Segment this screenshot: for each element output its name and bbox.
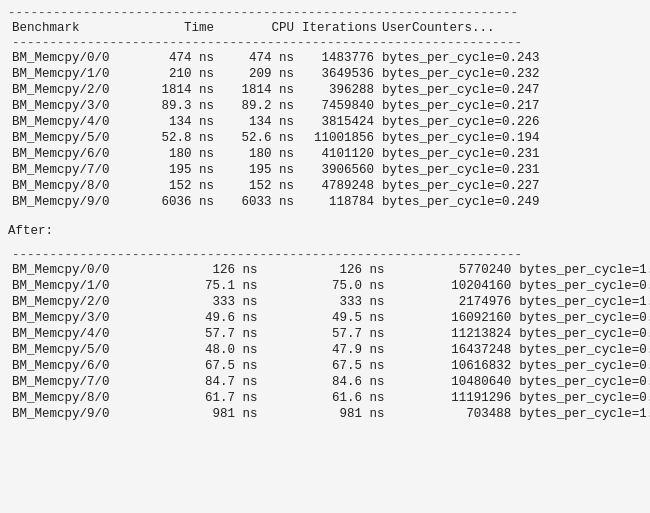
- sub-divider-line-after: ----------------------------------------…: [8, 248, 642, 262]
- cell-cpu: 67.5 ns: [262, 358, 389, 374]
- cell-user: bytes_per_cycle=1.047: [515, 262, 642, 278]
- cell-benchmark: BM_Memcpy/1/0: [8, 66, 138, 82]
- cell-user: bytes_per_cycle=0.563: [515, 326, 642, 342]
- cell-user: bytes_per_cycle=0.194: [378, 130, 642, 146]
- cell-iterations: 5770240: [388, 262, 515, 278]
- cell-cpu: 152 ns: [218, 178, 298, 194]
- cell-user: bytes_per_cycle=0.249: [378, 194, 642, 210]
- cell-time: 75.1 ns: [135, 278, 262, 294]
- cell-user: bytes_per_cycle=0.217: [378, 98, 642, 114]
- cell-cpu: 1814 ns: [218, 82, 298, 98]
- cell-cpu: 180 ns: [218, 146, 298, 162]
- cell-iterations: 7459840: [298, 98, 378, 114]
- cell-user: bytes_per_cycle=0.247: [378, 82, 642, 98]
- cell-time: 180 ns: [138, 146, 218, 162]
- cell-benchmark: BM_Memcpy/0/0: [8, 50, 138, 66]
- cell-benchmark: BM_Memcpy/0/0: [8, 262, 135, 278]
- table-row: BM_Memcpy/9/0 6036 ns 6033 ns 118784 byt…: [8, 194, 642, 210]
- table-row: BM_Memcpy/8/0 152 ns 152 ns 4789248 byte…: [8, 178, 642, 194]
- table-row: BM_Memcpy/3/0 49.6 ns 49.5 ns 16092160 b…: [8, 310, 642, 326]
- cell-benchmark: BM_Memcpy/3/0: [8, 310, 135, 326]
- cell-time: 61.7 ns: [135, 390, 262, 406]
- cell-time: 52.8 ns: [138, 130, 218, 146]
- table-row: BM_Memcpy/4/0 57.7 ns 57.7 ns 11213824 b…: [8, 326, 642, 342]
- cell-benchmark: BM_Memcpy/5/0: [8, 342, 135, 358]
- cell-user: bytes_per_cycle=0.227: [378, 178, 642, 194]
- cell-user: bytes_per_cycle=0.819: [515, 374, 642, 390]
- cell-cpu: 84.6 ns: [262, 374, 389, 390]
- cell-benchmark: BM_Memcpy/9/0: [8, 194, 138, 210]
- cell-cpu: 75.0 ns: [262, 278, 389, 294]
- table-row: BM_Memcpy/7/0 84.7 ns 84.6 ns 10480640 b…: [8, 374, 642, 390]
- cell-user: bytes_per_cycle=0.226: [378, 114, 642, 130]
- table-row: BM_Memcpy/5/0 48.0 ns 47.9 ns 16437248 b…: [8, 342, 642, 358]
- sub-divider-after: ----------------------------------------…: [8, 248, 642, 262]
- cell-user: bytes_per_cycle=0.231: [378, 162, 642, 178]
- cell-benchmark: BM_Memcpy/6/0: [8, 146, 138, 162]
- cell-user: bytes_per_cycle=0.232: [378, 66, 642, 82]
- cell-benchmark: BM_Memcpy/8/0: [8, 390, 135, 406]
- cell-benchmark: BM_Memcpy/8/0: [8, 178, 138, 194]
- cell-benchmark: BM_Memcpy/1/0: [8, 278, 135, 294]
- cell-iterations: 11191296: [388, 390, 515, 406]
- cell-iterations: 3649536: [298, 66, 378, 82]
- table-row: BM_Memcpy/1/0 210 ns 209 ns 3649536 byte…: [8, 66, 642, 82]
- cell-cpu: 6033 ns: [218, 194, 298, 210]
- cell-time: 126 ns: [135, 262, 262, 278]
- cell-iterations: 10616832: [388, 358, 515, 374]
- cell-user: bytes_per_cycle=0.346: [515, 342, 642, 358]
- cell-cpu: 126 ns: [262, 262, 389, 278]
- header-iterations: Iterations: [298, 20, 378, 36]
- cell-time: 89.3 ns: [138, 98, 218, 114]
- cell-iterations: 2174976: [388, 294, 515, 310]
- header-user: UserCounters...: [378, 20, 642, 36]
- cell-time: 6036 ns: [138, 194, 218, 210]
- cell-iterations: 4789248: [298, 178, 378, 194]
- cell-time: 57.7 ns: [135, 326, 262, 342]
- cell-iterations: 118784: [298, 194, 378, 210]
- cell-user: bytes_per_cycle=1.392: [515, 294, 642, 310]
- cell-user: bytes_per_cycle=1.523: [515, 406, 642, 422]
- cell-time: 84.7 ns: [135, 374, 262, 390]
- benchmark-table-before: Benchmark Time CPU Iterations UserCounte…: [8, 20, 642, 210]
- sub-divider-line: ----------------------------------------…: [8, 36, 642, 50]
- table-row: BM_Memcpy/6/0 180 ns 180 ns 4101120 byte…: [8, 146, 642, 162]
- cell-iterations: 703488: [388, 406, 515, 422]
- cell-cpu: 195 ns: [218, 162, 298, 178]
- cell-iterations: 3906560: [298, 162, 378, 178]
- table-row: BM_Memcpy/2/0 1814 ns 1814 ns 396288 byt…: [8, 82, 642, 98]
- cell-cpu: 89.2 ns: [218, 98, 298, 114]
- cell-time: 152 ns: [138, 178, 218, 194]
- cell-user: bytes_per_cycle=0.710: [515, 310, 642, 326]
- cell-benchmark: BM_Memcpy/6/0: [8, 358, 135, 374]
- cell-iterations: 4101120: [298, 146, 378, 162]
- cell-cpu: 474 ns: [218, 50, 298, 66]
- cell-cpu: 47.9 ns: [262, 342, 389, 358]
- cell-benchmark: BM_Memcpy/7/0: [8, 374, 135, 390]
- cell-benchmark: BM_Memcpy/2/0: [8, 82, 138, 98]
- cell-benchmark: BM_Memcpy/2/0: [8, 294, 135, 310]
- cell-time: 49.6 ns: [135, 310, 262, 326]
- cell-iterations: 16437248: [388, 342, 515, 358]
- header-benchmark: Benchmark: [8, 20, 138, 36]
- cell-benchmark: BM_Memcpy/9/0: [8, 406, 135, 422]
- after-table-body: BM_Memcpy/0/0 126 ns 126 ns 5770240 byte…: [8, 262, 642, 422]
- cell-user: bytes_per_cycle=0.692: [515, 278, 642, 294]
- cell-iterations: 10480640: [388, 374, 515, 390]
- cell-cpu: 52.6 ns: [218, 130, 298, 146]
- cell-iterations: 11213824: [388, 326, 515, 342]
- table-row: BM_Memcpy/1/0 75.1 ns 75.0 ns 10204160 b…: [8, 278, 642, 294]
- cell-time: 1814 ns: [138, 82, 218, 98]
- cell-cpu: 134 ns: [218, 114, 298, 130]
- cell-cpu: 49.5 ns: [262, 310, 389, 326]
- cell-benchmark: BM_Memcpy/5/0: [8, 130, 138, 146]
- cell-time: 134 ns: [138, 114, 218, 130]
- cell-time: 333 ns: [135, 294, 262, 310]
- cell-time: 474 ns: [138, 50, 218, 66]
- cell-user: bytes_per_cycle=0.231: [378, 146, 642, 162]
- before-table-body: BM_Memcpy/0/0 474 ns 474 ns 1483776 byte…: [8, 50, 642, 210]
- cell-cpu: 209 ns: [218, 66, 298, 82]
- table-row: BM_Memcpy/4/0 134 ns 134 ns 3815424 byte…: [8, 114, 642, 130]
- header-cpu: CPU: [218, 20, 298, 36]
- cell-time: 195 ns: [138, 162, 218, 178]
